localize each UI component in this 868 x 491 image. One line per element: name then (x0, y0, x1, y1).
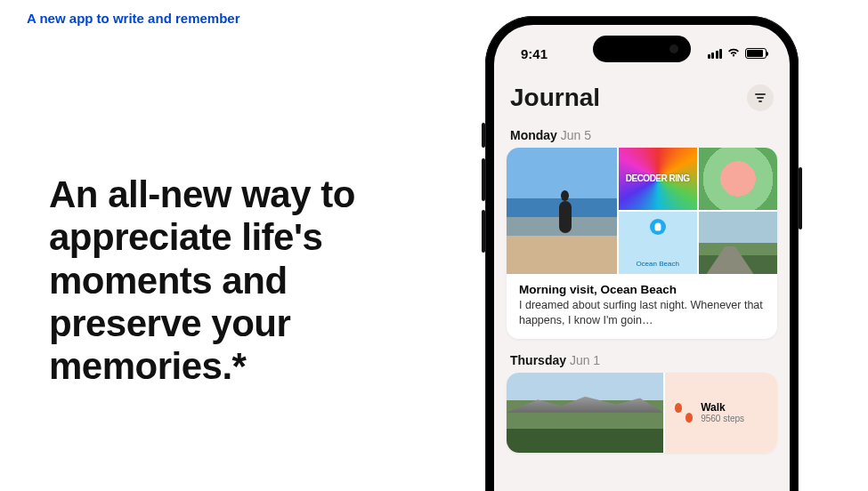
walk-tile[interactable]: Walk 9560 steps (665, 373, 777, 453)
entry-media-grid: Walk 9560 steps (507, 373, 777, 453)
day-header: Thursday Jun 1 (510, 353, 777, 367)
app-header: Journal (494, 68, 790, 121)
status-icons (708, 47, 767, 60)
podcast-artwork[interactable]: DECODER RING (619, 148, 697, 210)
day-date: Jun 1 (570, 353, 600, 367)
day-date: Jun 5 (561, 128, 591, 142)
journal-entry-card[interactable]: Walk 9560 steps (507, 373, 777, 453)
footsteps-icon (674, 403, 694, 423)
app-title: Journal (510, 84, 600, 112)
entry-media-grid: DECODER RING Ocean Beach (507, 148, 777, 274)
photo-mountains[interactable] (507, 373, 663, 453)
filter-icon (755, 93, 766, 95)
journal-feed[interactable]: Monday Jun 5 DECODER RING Ocean Beach (494, 128, 790, 453)
iphone-mockup: 9:41 Journal Monday Jun 5 (485, 16, 799, 491)
battery-icon (745, 48, 767, 59)
walk-label: Walk (701, 401, 744, 414)
status-time: 9:41 (521, 46, 548, 61)
cellular-icon (708, 49, 723, 59)
entry-title: Morning visit, Ocean Beach (519, 283, 765, 296)
podcast-title-text: DECODER RING (619, 148, 697, 210)
filter-button[interactable] (747, 85, 774, 111)
photo-shell[interactable] (699, 148, 777, 210)
location-label: Ocean Beach (619, 261, 697, 269)
phone-volume-down (482, 210, 485, 253)
entry-body: Morning visit, Ocean Beach I dreamed abo… (507, 274, 777, 339)
dynamic-island (593, 36, 691, 62)
entry-snippet: I dreamed about surfing last night. When… (519, 298, 765, 328)
day-weekday: Monday (510, 128, 557, 142)
walk-steps: 9560 steps (701, 414, 744, 423)
location-tile[interactable]: Ocean Beach (619, 212, 697, 274)
phone-screen: 9:41 Journal Monday Jun 5 (494, 25, 790, 491)
tagline-text: A new app to write and remember (27, 11, 240, 26)
map-pin-icon (650, 219, 666, 235)
photo-path[interactable] (699, 212, 777, 274)
day-weekday: Thursday (510, 353, 566, 367)
wifi-icon (726, 47, 741, 60)
headline-text: An all-new way to appreciate life's mome… (49, 173, 387, 388)
photo-beach[interactable] (507, 148, 617, 274)
phone-side-button (799, 167, 802, 229)
journal-entry-card[interactable]: DECODER RING Ocean Beach Morning visit, … (507, 148, 777, 339)
day-header: Monday Jun 5 (510, 128, 777, 142)
phone-volume-up (482, 158, 485, 201)
phone-mute-switch (482, 123, 485, 148)
